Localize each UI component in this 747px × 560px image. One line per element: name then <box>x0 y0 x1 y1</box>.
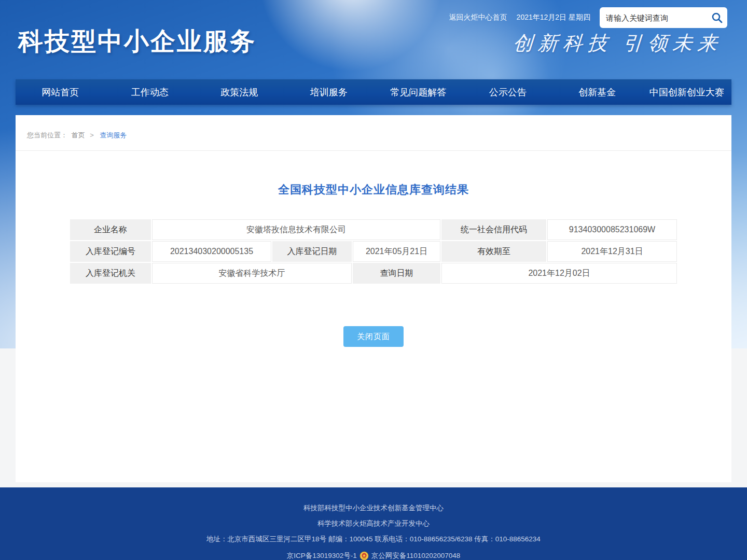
footer-registration-line: 京ICP备13019302号-1 京公网安备11010202007048 <box>0 551 747 560</box>
breadcrumb: 您当前位置： 首页 > 查询服务 <box>16 115 731 151</box>
query-date-value: 2021年12月02日 <box>441 263 677 284</box>
valid-until-value: 2021年12月31日 <box>547 241 677 262</box>
site-slogan: 创新科技 引领未来 <box>512 30 723 57</box>
nav-item-announcements[interactable]: 公示公告 <box>463 79 553 105</box>
credit-code-label: 统一社会信用代码 <box>441 219 546 240</box>
credit-code-value: 91340300085231069W <box>547 219 677 240</box>
search-icon <box>711 11 723 24</box>
police-badge-icon <box>359 551 369 560</box>
close-page-button[interactable]: 关闭页面 <box>343 326 404 347</box>
search-input[interactable] <box>606 13 711 22</box>
reg-number-value: 202134030200005135 <box>152 241 271 262</box>
breadcrumb-prefix: 您当前位置： <box>27 131 67 139</box>
footer-org-line-1: 科技部科技型中小企业技术创新基金管理中心 <box>0 505 747 512</box>
nav-item-home[interactable]: 网站首页 <box>16 79 105 105</box>
table-row: 企业名称 安徽塔孜信息技术有限公司 统一社会信用代码 9134030008523… <box>70 219 677 240</box>
breadcrumb-home-link[interactable]: 首页 <box>72 131 85 139</box>
nav-item-policies[interactable]: 政策法规 <box>195 79 284 105</box>
nav-item-work-news[interactable]: 工作动态 <box>105 79 195 105</box>
valid-until-label: 有效期至 <box>441 241 546 262</box>
breadcrumb-separator: > <box>90 131 94 139</box>
query-date-label: 查询日期 <box>353 263 440 284</box>
reg-date-value: 2021年05月21日 <box>353 241 440 262</box>
site-title: 科技型中小企业服务 <box>18 25 256 58</box>
search-button[interactable] <box>711 11 723 24</box>
page-title: 全国科技型中小企业信息库查询结果 <box>16 182 731 198</box>
footer-org-line-2: 科学技术部火炬高技术产业开发中心 <box>0 520 747 527</box>
reg-number-label: 入库登记编号 <box>70 241 151 262</box>
footer-contact-line: 地址：北京市西城区三里河二区甲18号 邮编：100045 联系电话：010-88… <box>0 536 747 543</box>
icp-license-link[interactable]: 京ICP备13019302号-1 <box>287 551 357 560</box>
back-to-torch-center-link[interactable]: 返回火炬中心首页 <box>449 13 507 22</box>
nav-item-training[interactable]: 培训服务 <box>284 79 374 105</box>
company-name-label: 企业名称 <box>70 219 151 240</box>
page-footer: 科技部科技型中小企业技术创新基金管理中心 科学技术部火炬高技术产业开发中心 地址… <box>0 487 747 560</box>
reg-date-label: 入库登记日期 <box>272 241 352 262</box>
breadcrumb-current-link[interactable]: 查询服务 <box>100 131 127 139</box>
nav-item-innovation-contest[interactable]: 中国创新创业大赛 <box>642 79 732 105</box>
police-record-link[interactable]: 京公网安备11010202007048 <box>371 551 461 560</box>
table-row: 入库登记编号 202134030200005135 入库登记日期 2021年05… <box>70 241 677 262</box>
nav-item-innovation-fund[interactable]: 创新基金 <box>552 79 642 105</box>
reg-authority-label: 入库登记机关 <box>70 263 151 284</box>
search-box <box>600 7 727 28</box>
topbar: 返回火炬中心首页 2021年12月2日 星期四 <box>449 7 727 28</box>
content-panel: 您当前位置： 首页 > 查询服务 全国科技型中小企业信息库查询结果 企业名称 安… <box>16 115 731 482</box>
current-date-text: 2021年12月2日 星期四 <box>517 13 590 22</box>
nav-item-faq[interactable]: 常见问题解答 <box>374 79 463 105</box>
reg-authority-value: 安徽省科学技术厅 <box>152 263 352 284</box>
table-row: 入库登记机关 安徽省科学技术厅 查询日期 2021年12月02日 <box>70 263 677 284</box>
query-result-table: 企业名称 安徽塔孜信息技术有限公司 统一社会信用代码 9134030008523… <box>69 218 678 285</box>
company-name-value: 安徽塔孜信息技术有限公司 <box>152 219 440 240</box>
main-navigation: 网站首页 工作动态 政策法规 培训服务 常见问题解答 公示公告 创新基金 中国创… <box>16 79 731 105</box>
